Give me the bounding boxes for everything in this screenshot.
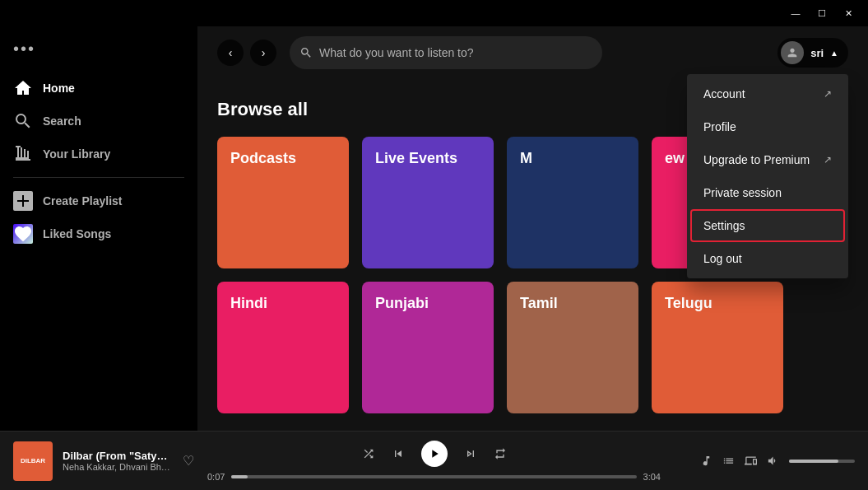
avatar xyxy=(781,41,804,64)
devices-button[interactable] xyxy=(745,455,757,467)
track-title: Dilbar (From "Satyameva Jayate") xyxy=(63,450,173,462)
create-playlist-icon xyxy=(13,191,33,211)
close-button[interactable]: ✕ xyxy=(835,0,861,26)
time-current: 0:07 xyxy=(207,472,225,482)
user-button[interactable]: sri ▲ xyxy=(777,38,848,68)
sidebar-item-search[interactable]: Search xyxy=(0,105,197,138)
home-icon xyxy=(13,78,33,98)
topbar: ‹ › sri ▲ xyxy=(197,26,868,79)
player-controls: 0:07 3:04 xyxy=(207,441,661,482)
search-label: Search xyxy=(43,114,81,128)
sidebar-item-library[interactable]: Your Library xyxy=(0,138,197,170)
main-layout: ••• Home Search Your Li xyxy=(0,26,868,431)
player-right-controls xyxy=(674,455,855,467)
progress-track[interactable] xyxy=(231,475,636,478)
create-playlist-label: Create Playlist xyxy=(43,194,123,208)
card-telugu[interactable]: Telugu xyxy=(652,282,783,413)
lyrics-button[interactable] xyxy=(700,455,713,467)
library-label: Your Library xyxy=(43,147,110,161)
player-track: DILBAR Dilbar (From "Satyameva Jayate") … xyxy=(13,441,194,481)
cards-row-2: Hindi Punjabi Tamil Telugu xyxy=(217,282,848,413)
like-button[interactable]: ♡ xyxy=(183,453,194,469)
chevron-up-icon: ▲ xyxy=(830,49,838,58)
next-button[interactable] xyxy=(464,447,477,460)
shuffle-button[interactable] xyxy=(362,447,375,460)
sidebar-item-home[interactable]: Home xyxy=(0,72,197,105)
minimize-button[interactable]: — xyxy=(782,0,809,26)
dropdown-logout[interactable]: Log out xyxy=(690,242,845,275)
back-button[interactable]: ‹ xyxy=(217,40,244,66)
volume-fill xyxy=(789,460,838,463)
control-buttons xyxy=(362,441,507,467)
search-icon xyxy=(13,111,33,131)
dropdown-account[interactable]: Account ↗ xyxy=(690,77,845,110)
app-menu-dots[interactable]: ••• xyxy=(0,33,197,72)
sidebar-divider xyxy=(13,177,184,178)
previous-button[interactable] xyxy=(392,447,405,460)
queue-button[interactable] xyxy=(722,455,735,467)
volume-icon[interactable] xyxy=(767,455,779,467)
card-podcasts[interactable]: Podcasts xyxy=(217,137,349,268)
search-bar[interactable] xyxy=(290,36,602,69)
library-icon xyxy=(13,144,33,164)
home-label: Home xyxy=(43,82,75,95)
maximize-button[interactable]: ☐ xyxy=(809,0,835,26)
track-thumbnail: DILBAR xyxy=(13,441,53,481)
volume-bar[interactable] xyxy=(789,460,855,463)
track-artist: Neha Kakkar, Dhvani Bhanushali, Ikka, T xyxy=(63,462,173,472)
track-info: Dilbar (From "Satyameva Jayate") Neha Ka… xyxy=(63,450,173,472)
liked-songs-icon xyxy=(13,224,33,244)
card-punjabi[interactable]: Punjabi xyxy=(362,282,494,413)
time-total: 3:04 xyxy=(643,472,661,482)
forward-button[interactable]: › xyxy=(250,40,276,66)
progress-fill xyxy=(231,475,248,478)
titlebar: — ☐ ✕ xyxy=(0,0,868,26)
play-button[interactable] xyxy=(421,441,448,467)
nav-buttons: ‹ › xyxy=(217,40,276,66)
search-bar-icon xyxy=(299,46,313,59)
external-link-icon-2: ↗ xyxy=(824,154,832,166)
dropdown-private-session[interactable]: Private session xyxy=(690,176,845,209)
external-link-icon: ↗ xyxy=(824,88,832,100)
dropdown-profile[interactable]: Profile xyxy=(690,110,845,143)
dropdown-menu: Account ↗ Profile Upgrade to Premium ↗ P… xyxy=(687,74,848,278)
player-bar: DILBAR Dilbar (From "Satyameva Jayate") … xyxy=(0,431,868,490)
dropdown-upgrade[interactable]: Upgrade to Premium ↗ xyxy=(690,143,845,176)
sidebar-item-create-playlist[interactable]: Create Playlist xyxy=(0,184,197,217)
search-input[interactable] xyxy=(319,46,592,59)
card-hindi[interactable]: Hindi xyxy=(217,282,349,413)
user-area: sri ▲ Account ↗ Profile Upgrade to Premi… xyxy=(777,38,848,68)
progress-bar[interactable]: 0:07 3:04 xyxy=(207,472,661,482)
username: sri xyxy=(810,47,824,59)
card-m[interactable]: M xyxy=(507,137,638,268)
card-live-events[interactable]: Live Events xyxy=(362,137,494,268)
liked-songs-label: Liked Songs xyxy=(43,227,111,240)
repeat-button[interactable] xyxy=(494,447,507,460)
sidebar-item-liked-songs[interactable]: Liked Songs xyxy=(0,217,197,250)
sidebar: ••• Home Search Your Li xyxy=(0,26,197,431)
dropdown-settings[interactable]: Settings xyxy=(690,209,845,242)
card-tamil[interactable]: Tamil xyxy=(507,282,638,413)
main-content: ‹ › sri ▲ xyxy=(197,26,868,431)
